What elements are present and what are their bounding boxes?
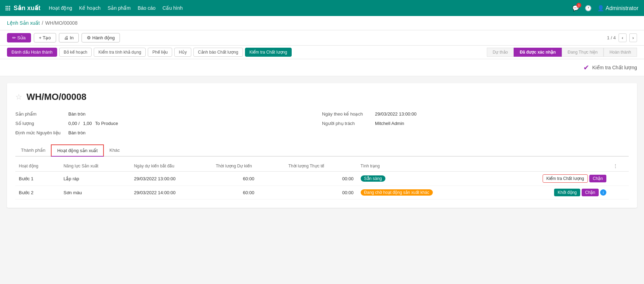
row2-status: Đang chờ hoạt động sản xuất khác xyxy=(357,186,491,199)
admin-name: Administrator xyxy=(606,5,638,11)
row1-status: Sẵn sàng xyxy=(357,172,491,186)
print-button[interactable]: 🖨 In xyxy=(59,33,79,42)
menu-sanpham[interactable]: Sản phẩm xyxy=(108,5,131,11)
quality-banner: ✔ Kiểm tra Chất lượng xyxy=(0,59,644,76)
responsible-value: Mitchell Admin xyxy=(375,121,404,126)
scrap-button[interactable]: Phế liệu xyxy=(148,48,172,57)
tab-components[interactable]: Thành phần xyxy=(15,144,51,157)
bom-field: Định mức Nguyên liệu Bàn tròn xyxy=(15,128,322,137)
row2-kebab xyxy=(610,186,629,199)
chat-icon[interactable]: 💬 1 xyxy=(572,5,579,11)
row2-activity: Bước 2 xyxy=(15,186,60,199)
quality-check-text: Kiểm tra Chất lượng xyxy=(592,65,637,70)
breadcrumb: Lệnh Sản xuất / WH/MO/00008 xyxy=(0,16,644,30)
status-bar: Đánh dấu Hoàn thành Bỏ kế hoạch Kiểm tra… xyxy=(0,46,644,59)
block-row2-button[interactable]: Chặn xyxy=(582,189,599,196)
responsible-field: Người phụ trách Mitchell Admin xyxy=(322,119,629,128)
menu-kehoach[interactable]: Kế hoạch xyxy=(79,5,101,11)
breadcrumb-current: WH/MO/00008 xyxy=(45,20,78,26)
top-navigation: Sản xuất Hoạt động Kế hoạch Sản phẩm Báo… xyxy=(0,0,644,16)
row1-planned-duration: 60:00 xyxy=(212,172,285,186)
menu-cauhinh[interactable]: Cấu hình xyxy=(162,5,183,11)
quantity-value: 0,00 / 1,00 To Produce xyxy=(68,121,118,126)
checkmark-icon: ✔ xyxy=(583,63,589,72)
row1-actions: Kiểm tra Chất lượng Chặn xyxy=(490,172,610,186)
favorite-star[interactable]: ☆ xyxy=(15,93,22,102)
row1-kebab xyxy=(610,172,629,186)
qty-target: 1,00 xyxy=(83,121,92,126)
grid-icon[interactable] xyxy=(6,6,10,10)
product-value: Bàn tròn xyxy=(68,111,85,117)
user-icon[interactable]: 👤 Administrator xyxy=(597,5,638,11)
brand: Sản xuất xyxy=(6,4,40,12)
pipeline-confirmed[interactable]: Đã được xác nhận xyxy=(514,48,561,57)
block-row1-button[interactable]: Chặn xyxy=(589,175,606,182)
quality-check-row1-button[interactable]: Kiểm tra Chất lượng xyxy=(543,174,588,183)
planned-date-field: Ngày theo kế hoạch 29/03/2022 13:00:00 xyxy=(322,109,629,119)
pipeline-done[interactable]: Hoàn thành xyxy=(604,48,637,57)
col-actions xyxy=(490,161,610,172)
qty-current: 0,00 / xyxy=(68,121,80,126)
col-status: Tình trạng xyxy=(357,161,491,172)
quality-check-label: ✔ Kiểm tra Chất lượng xyxy=(583,63,637,72)
quantity-label: Số lượng xyxy=(15,121,64,126)
clock-icon[interactable]: 🕐 xyxy=(585,5,592,11)
col-activity: Hoạt động xyxy=(15,161,60,172)
edit-button[interactable]: ✏ Sửa xyxy=(7,33,31,42)
status-badge-ready: Sẵn sàng xyxy=(361,175,385,182)
quantity-field: Số lượng 0,00 / 1,00 To Produce xyxy=(15,119,322,128)
menu-hoatdong[interactable]: Hoạt động xyxy=(49,5,72,11)
pipeline-draft[interactable]: Dự thảo xyxy=(487,48,514,57)
responsible-label: Người phụ trách xyxy=(322,121,371,126)
chat-badge: 1 xyxy=(576,3,581,8)
check-avail-button[interactable]: Kiểm tra tính khả dụng xyxy=(94,48,146,57)
col-actual-duration: Thời lượng Thực tế xyxy=(285,161,357,172)
record-header: ☆ WH/MO/00008 xyxy=(15,92,629,102)
cancel-button[interactable]: Hủy xyxy=(174,48,191,57)
col-kebab: ⋮ xyxy=(610,161,629,172)
planned-date-label: Ngày theo kế hoạch xyxy=(322,111,371,117)
row1-actual-duration: 00:00 xyxy=(285,172,357,186)
quality-check-button[interactable]: Kiểm tra Chất lượng xyxy=(245,48,292,57)
quality-warning-button[interactable]: Cảnh báo Chất lượng xyxy=(193,48,243,57)
table-row: Bước 2 Sơn màu 29/03/2022 14:00:00 60:00… xyxy=(15,186,629,199)
brand-name: Sản xuất xyxy=(14,4,40,12)
tab-production-activity[interactable]: Hoạt động sản xuất xyxy=(51,144,104,157)
tabs: Thành phần Hoạt động sản xuất Khác xyxy=(15,144,629,157)
row2-actual-duration: 00:00 xyxy=(285,186,357,199)
row1-start-date: 29/03/2022 13:00:00 xyxy=(130,172,212,186)
start-row2-button[interactable]: Khởi động xyxy=(554,189,580,196)
pipeline-inprogress[interactable]: Đang Thực hiện xyxy=(562,48,604,57)
tab-other[interactable]: Khác xyxy=(104,144,125,157)
row2-actions: Khởi động Chặn i xyxy=(490,186,610,199)
row2-capacity: Sơn màu xyxy=(60,186,130,199)
action-button[interactable]: ⚙ Hành động xyxy=(82,33,120,42)
bom-label: Định mức Nguyên liệu xyxy=(15,130,64,135)
info-icon-row2[interactable]: i xyxy=(600,189,606,196)
table-row: Bước 1 Lắp ráp 29/03/2022 13:00:00 60:00… xyxy=(15,172,629,186)
col-capacity: Năng lực Sản xuất xyxy=(60,161,130,172)
pagination-text: 1 / 4 xyxy=(607,35,616,40)
toolbar: ✏ Sửa + Tạo 🖨 In ⚙ Hành động 1 / 4 ‹ › xyxy=(0,30,644,46)
record-title: WH/MO/00008 xyxy=(26,92,86,102)
col-start-date: Ngày dự kiến bắt đầu xyxy=(130,161,212,172)
product-label: Sản phẩm xyxy=(15,111,64,117)
breadcrumb-separator: / xyxy=(42,20,43,26)
main-content: ☆ WH/MO/00008 Sản phẩm Bàn tròn Số lượng… xyxy=(0,76,644,215)
row1-capacity: Lắp ráp xyxy=(60,172,130,186)
row2-start-date: 29/03/2022 14:00:00 xyxy=(130,186,212,199)
product-field: Sản phẩm Bàn tròn xyxy=(15,109,322,119)
breadcrumb-parent[interactable]: Lệnh Sản xuất xyxy=(7,20,40,26)
bom-value: Bàn tròn xyxy=(68,130,85,135)
create-button[interactable]: + Tạo xyxy=(34,33,56,42)
fields-grid: Sản phẩm Bàn tròn Số lượng 0,00 / 1,00 T… xyxy=(15,109,629,137)
unplan-button[interactable]: Bỏ kế hoạch xyxy=(59,48,92,57)
topnav-right: 💬 1 🕐 👤 Administrator xyxy=(572,5,638,11)
planned-date-value: 29/03/2022 13:00:00 xyxy=(375,111,416,117)
mark-done-button[interactable]: Đánh dấu Hoàn thành xyxy=(7,48,57,57)
menu-baocao[interactable]: Báo cáo xyxy=(138,5,155,11)
to-produce-label: To Produce xyxy=(95,121,118,126)
record-card: ☆ WH/MO/00008 Sản phẩm Bàn tròn Số lượng… xyxy=(7,83,637,208)
prev-button[interactable]: ‹ xyxy=(619,33,626,42)
next-button[interactable]: › xyxy=(629,33,637,42)
